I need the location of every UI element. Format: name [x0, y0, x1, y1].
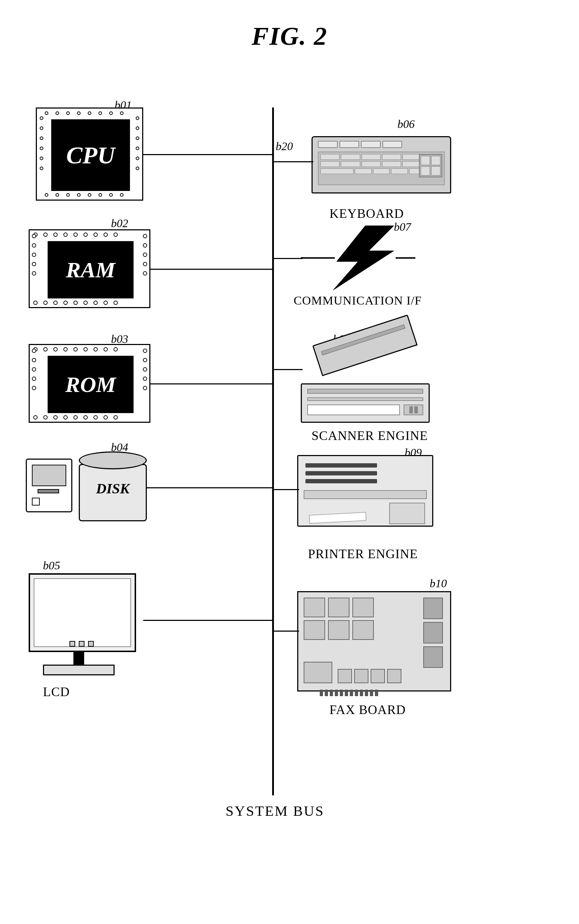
- printer-engine-label: PRINTER ENGINE: [308, 546, 418, 562]
- floppy-disk: [26, 459, 72, 512]
- label-b02: b02: [111, 217, 128, 230]
- lcd-component-label: LCD: [43, 684, 70, 700]
- printer-bus-connector: [272, 489, 299, 490]
- disk-cylinder: DISK: [79, 451, 147, 530]
- svg-marker-0: [333, 226, 394, 290]
- fax-bus-connector: [272, 631, 299, 632]
- label-b05: b05: [43, 559, 60, 572]
- scanner-engine-label: SCANNER ENGINE: [312, 428, 428, 443]
- keyboard-bus-connector: [272, 161, 313, 162]
- lcd-bus-connector: [143, 620, 274, 621]
- rom-bus-connector: [150, 383, 274, 385]
- lcd-monitor: [21, 573, 143, 677]
- system-bus-line: [272, 108, 274, 795]
- label-b10: b10: [430, 577, 447, 590]
- rom-label: ROM: [47, 356, 134, 413]
- diagram: b01 CPU b02: [0, 57, 579, 917]
- fax-board-label: FAX BOARD: [329, 702, 406, 717]
- printer-engine: [297, 455, 440, 545]
- ram-bus-connector: [150, 269, 274, 270]
- page-title: FIG. 2: [0, 0, 579, 51]
- ram-chip: RAM: [29, 229, 150, 308]
- keyboard-component-label: KEYBOARD: [329, 206, 404, 221]
- cpu-chip: CPU: [36, 108, 143, 201]
- scanner-bus-connector: [272, 369, 303, 370]
- cpu-bus-connector: [143, 154, 274, 155]
- comm-if-label: COMMUNICATION I/F: [294, 294, 422, 307]
- comm-bus-connector: [272, 258, 303, 259]
- rom-chip: ROM: [29, 344, 150, 423]
- ram-label: RAM: [47, 241, 134, 298]
- system-bus-label: SYSTEM BUS: [226, 803, 324, 819]
- label-b20: b20: [276, 140, 293, 153]
- comm-if-symbol: [301, 222, 415, 294]
- cpu-label: CPU: [51, 119, 130, 191]
- keyboard: [312, 129, 451, 201]
- scanner-engine: [301, 344, 437, 426]
- disk-bus-connector: [147, 487, 274, 488]
- fax-board: [297, 591, 458, 699]
